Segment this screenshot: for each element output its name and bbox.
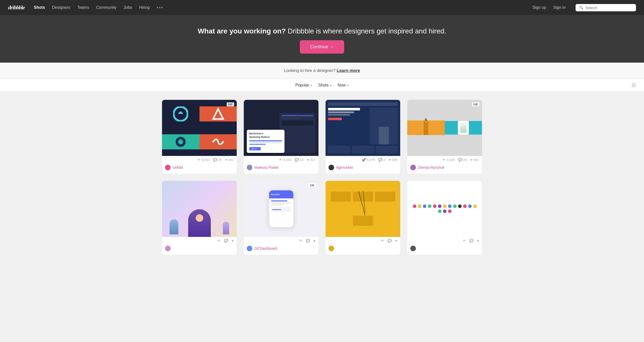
shot-author-mateuz[interactable]: Mateusz Piatek (244, 164, 318, 174)
comments-stat: 💬13 (295, 158, 303, 162)
now-label: Now (338, 83, 346, 88)
author-avatar (410, 246, 416, 251)
views-stat: 👁 (381, 239, 384, 243)
views-count: 9,833 (202, 158, 210, 162)
learn-more-link[interactable]: Learn more (337, 68, 360, 73)
views-stat: 👁 (299, 239, 302, 243)
signin-link[interactable]: Sign in (553, 5, 566, 10)
shots-filter[interactable]: Shots ▾ (318, 83, 332, 88)
filter-bar: Popular ▾ Shots ▾ Now ▾ ⊞ (0, 79, 644, 92)
logo[interactable]: dribbble (8, 4, 25, 11)
views-stat: 👁4,443 (279, 158, 292, 162)
likes-stat: ♥ (232, 239, 234, 243)
shots-grid: GIF 👁9,833 💬29 ♥441 Unfold Blockchain's … (162, 100, 482, 255)
nav-designers[interactable]: Designers (52, 5, 70, 10)
shot-stats-charts: 👁 💬 ♥ (407, 237, 482, 245)
popular-filter[interactable]: Popular ▾ (295, 83, 312, 88)
views-count: 3,325 (447, 158, 455, 162)
grid-view-button[interactable]: ⊞ (631, 82, 636, 89)
likes-stat: ♥317 (307, 158, 315, 162)
shot-card-zhenya[interactable]: Nature Pro GIF 👁3,325 💬20 ♥301 Zhenya Ry… (407, 100, 482, 174)
shots-label: Shots (318, 83, 329, 88)
views-stat: 👁3,325 (442, 158, 455, 162)
likes-icon: ♥ (225, 158, 227, 162)
comments-icon: 💬 (388, 239, 392, 243)
shot-author-yellow[interactable] (326, 245, 400, 255)
search-input[interactable] (585, 6, 632, 10)
shot-stats-yellow: 👁 💬 ♥ (326, 237, 400, 245)
author-avatar (165, 246, 171, 251)
now-filter[interactable]: Now ▾ (338, 83, 349, 88)
comments-count: 13 (300, 158, 303, 162)
views-icon: 👁 (442, 158, 446, 162)
shot-author-dashboard[interactable]: Gif Dashboard (244, 245, 318, 255)
shot-card-unfold[interactable]: GIF 👁9,833 💬29 ♥441 Unfold (162, 100, 237, 174)
shot-stats-illus: 👁 💬 ♥ (162, 237, 237, 245)
shots-container: GIF 👁9,833 💬29 ♥441 Unfold Blockchain's … (156, 92, 488, 263)
views-icon: 👁 (279, 158, 282, 162)
views-icon: 👁 (299, 239, 302, 243)
likes-icon: ♥ (395, 239, 397, 243)
nav-hiring[interactable]: Hiring (139, 5, 150, 10)
shot-thumb-dashboard: BALANCE GIF (244, 181, 318, 237)
views-count: 4,443 (283, 158, 292, 162)
shot-card-agence[interactable]: 🚀5,076 💬4 ♥308 AgenceMe (326, 100, 400, 174)
views-icon: 👁 (217, 239, 221, 243)
views-stat: 🚀5,076 (362, 158, 375, 162)
author-name: Zhenya Rynzhuk (418, 165, 444, 169)
author-avatar (410, 165, 416, 170)
unfold-quad4 (199, 134, 237, 149)
likes-stat: ♥441 (225, 158, 234, 162)
popular-chevron-icon: ▾ (311, 84, 312, 87)
likes-stat: ♥ (477, 239, 479, 243)
comments-icon: 💬 (378, 158, 382, 162)
likes-icon: ♥ (232, 239, 234, 243)
comments-icon: 💬 (224, 239, 228, 243)
author-name: Gif Dashboard (254, 246, 277, 250)
comments-icon: 💬 (213, 158, 217, 162)
search-box[interactable]: 🔍 (576, 4, 636, 11)
hire-banner: Looking to hire a designer? Learn more (0, 63, 644, 79)
views-stat: 👁 (217, 239, 221, 243)
shot-stats-agence: 🚀5,076 💬4 ♥308 (326, 156, 400, 164)
views-count: 5,076 (367, 158, 375, 162)
comments-stat: 💬29 (213, 158, 222, 162)
shot-author-charts[interactable] (407, 245, 482, 255)
shot-author-agence[interactable]: AgenceMe (326, 164, 400, 174)
shot-card-charts[interactable]: 👁 💬 ♥ (407, 181, 482, 255)
nav-shots[interactable]: Shots (34, 5, 45, 10)
comments-stat: 💬20 (458, 158, 467, 162)
shot-card-dashboard[interactable]: BALANCE GIF 👁 💬 ♥ (244, 181, 318, 255)
shot-card-mateuz[interactable]: Blockchain's Marketing Platform Sign up … (244, 100, 318, 174)
nav-more-dots[interactable]: ••• (157, 5, 164, 11)
likes-icon: ♥ (313, 239, 315, 243)
hero-section: What are you working on? Dribbble is whe… (0, 15, 644, 63)
shot-author-illus[interactable] (162, 245, 237, 255)
shot-card-yellow[interactable]: 👁 💬 ♥ (326, 181, 400, 255)
hire-text: Looking to hire a designer? (284, 68, 336, 73)
shot-card-illus[interactable]: 👁 💬 ♥ (162, 181, 237, 255)
gif-badge-dashboard: GIF (308, 183, 316, 187)
nav-teams[interactable]: Teams (77, 5, 89, 10)
popular-label: Popular (295, 83, 309, 88)
author-name: Unfold (173, 165, 183, 169)
comments-stat: 💬 (469, 239, 473, 243)
shot-author-unfold[interactable]: Unfold (162, 164, 237, 174)
nav-jobs[interactable]: Jobs (124, 5, 132, 10)
comments-count: 20 (463, 158, 467, 162)
author-avatar (247, 246, 252, 251)
shot-author-zhenya[interactable]: Zhenya Rynzhuk (407, 164, 482, 174)
author-name: Mateusz Piatek (254, 165, 278, 169)
likes-stat: ♥301 (471, 158, 479, 162)
mateuz-bar3 (249, 144, 266, 145)
comments-count: 4 (383, 158, 385, 162)
shot-thumb-unfold: GIF (162, 100, 237, 156)
likes-stat: ♥ (313, 239, 315, 243)
likes-icon: ♥ (471, 158, 473, 162)
unfold-quad1 (162, 106, 199, 121)
nav-community[interactable]: Community (96, 5, 116, 10)
signup-link[interactable]: Sign up (533, 5, 546, 10)
shot-stats-unfold: 👁9,833 💬29 ♥441 (162, 156, 237, 164)
search-icon: 🔍 (579, 6, 583, 10)
continue-button[interactable]: Continue → (300, 40, 344, 54)
